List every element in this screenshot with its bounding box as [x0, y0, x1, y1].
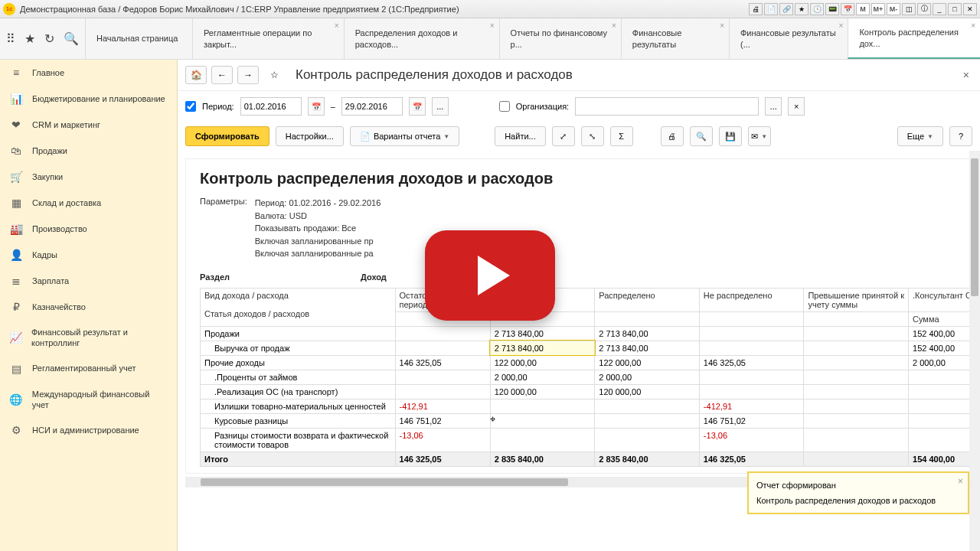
more-button[interactable]: Еще ▼: [897, 126, 943, 146]
sidebar-item-main[interactable]: ≡Главное: [0, 60, 177, 86]
variants-button[interactable]: 📄 Варианты отчета ▼: [350, 126, 459, 146]
tab-home[interactable]: Начальная страница: [85, 18, 192, 59]
maximize-icon[interactable]: □: [948, 3, 962, 15]
section-header-2: Доход: [361, 272, 387, 282]
star-icon[interactable]: ☆: [263, 66, 285, 84]
calendar-to-icon[interactable]: 📅: [409, 97, 426, 116]
tb-calendar-icon[interactable]: 📅: [841, 3, 854, 15]
sidebar-item-production[interactable]: 🏭Производство: [0, 216, 177, 242]
report-title: Контроль распределения доходов и расходо…: [200, 170, 980, 187]
sidebar-item-regaccounting[interactable]: ▤Регламентированный учет: [0, 356, 177, 382]
mail-icon[interactable]: ✉ ▼: [748, 126, 771, 146]
sidebar-item-budget[interactable]: 📊Бюджетирование и планирование: [0, 86, 177, 112]
params-row: Период: 📅 – 📅 ... Организация: ... ×: [178, 91, 980, 122]
ruble-icon: ₽: [9, 301, 23, 313]
table-row[interactable]: Выручка от продаж2 713 840,002 713 840,0…: [201, 341, 981, 355]
page-close-icon[interactable]: ×: [960, 66, 972, 84]
period-checkbox[interactable]: [185, 101, 196, 112]
tb-doc-icon[interactable]: 📄: [764, 3, 778, 15]
sidebar-item-warehouse[interactable]: ▦Склад и доставка: [0, 190, 177, 216]
tab-distrib[interactable]: ×Распределения доходов и расходов...: [344, 18, 499, 59]
vertical-scrollbar[interactable]: [969, 151, 980, 551]
sidebar-item-sales[interactable]: 🛍Продажи: [0, 138, 177, 164]
tab-control[interactable]: ×Контроль распределения дох...: [848, 18, 980, 59]
play-button-overlay[interactable]: [425, 230, 555, 321]
org-clear-button[interactable]: ×: [788, 97, 805, 116]
tab-close-icon[interactable]: ×: [839, 21, 844, 30]
table-row[interactable]: Излишки товарно-материальных ценностей-4…: [201, 399, 981, 413]
calendar-from-icon[interactable]: 📅: [308, 97, 325, 116]
tb-link-icon[interactable]: 🔗: [779, 3, 793, 15]
home-button[interactable]: 🏠: [185, 66, 207, 84]
close-icon[interactable]: ✕: [963, 3, 977, 15]
sidebar-item-crm[interactable]: ❤CRM и маркетинг: [0, 112, 177, 138]
tb-print-icon[interactable]: 🖨: [749, 3, 763, 15]
date-to-input[interactable]: [341, 97, 403, 116]
expand-icon[interactable]: ⤢: [552, 126, 575, 146]
tab-close-icon[interactable]: ×: [490, 21, 495, 30]
org-picker-button[interactable]: ...: [765, 97, 782, 116]
globe-icon: 🌐: [9, 393, 23, 406]
heart-icon: ❤: [9, 119, 23, 131]
favorite-icon[interactable]: ★: [24, 31, 35, 46]
date-from-input[interactable]: [240, 97, 302, 116]
period-picker-button[interactable]: ...: [432, 97, 449, 116]
tb-star-icon[interactable]: ★: [795, 3, 808, 15]
section-header-1: Раздел: [200, 272, 361, 282]
preview-icon[interactable]: 🔍: [690, 126, 713, 146]
table-row[interactable]: Продажи2 713 840,002 713 840,00152 400,0…: [201, 326, 981, 341]
tb-m[interactable]: M: [856, 3, 870, 15]
back-button[interactable]: ←: [211, 66, 233, 84]
sidebar-item-salary[interactable]: ≣Зарплата: [0, 268, 177, 294]
tb-calc-icon[interactable]: 📟: [825, 3, 839, 15]
list-icon: ≣: [9, 275, 23, 287]
rows-icon: ▤: [9, 363, 23, 375]
minimize-icon[interactable]: _: [933, 3, 946, 15]
table-row[interactable]: Прочие доходы146 325,05122 000,00122 000…: [201, 355, 981, 370]
org-input[interactable]: [575, 97, 759, 116]
sidebar-item-purchases[interactable]: 🛒Закупки: [0, 164, 177, 190]
tb-info-icon[interactable]: ⓘ: [917, 3, 931, 15]
page-header: 🏠 ← → ☆ Контроль распределения доходов и…: [178, 60, 980, 91]
sidebar-item-nsi[interactable]: ⚙НСИ и администрирование: [0, 417, 177, 443]
print-icon[interactable]: 🖨: [661, 126, 684, 146]
tab-finres2[interactable]: ×Финансовые результаты (...: [729, 18, 848, 59]
forward-button[interactable]: →: [237, 66, 259, 84]
apps-icon[interactable]: ⠿: [6, 31, 15, 46]
tb-mminus[interactable]: M-: [887, 3, 900, 15]
tb-mplus[interactable]: M+: [871, 3, 885, 15]
table-row[interactable]: .Реализация ОС (на транспорт)120 000,001…: [201, 384, 981, 399]
tab-close-icon[interactable]: ×: [971, 21, 975, 30]
col-kind: Вид дохода / расходаСтатья доходов / рас…: [201, 288, 396, 326]
save-icon[interactable]: 💾: [719, 126, 742, 146]
tab-reports[interactable]: ×Отчеты по финансовому р...: [499, 18, 621, 59]
find-button[interactable]: Найти...: [495, 126, 546, 146]
gear-icon: ⚙: [9, 424, 23, 436]
tab-close-icon[interactable]: ×: [612, 21, 616, 30]
tab-finres1[interactable]: ×Финансовые результаты: [621, 18, 729, 59]
sidebar-item-hr[interactable]: 👤Кадры: [0, 242, 177, 268]
org-checkbox[interactable]: [499, 101, 510, 112]
table-row[interactable]: Курсовые разницы146 751,02146 751,02: [201, 413, 981, 428]
history-icon[interactable]: ↻: [44, 31, 54, 46]
sidebar-item-finresult[interactable]: 📈Финансовый результат и контроллинг: [0, 320, 177, 356]
tab-close-icon[interactable]: ×: [720, 21, 724, 30]
tb-panel-icon[interactable]: ◫: [902, 3, 916, 15]
table-row[interactable]: Разницы стоимости возврата и фактической…: [201, 428, 981, 452]
tab-regops[interactable]: ×Регламентные операции по закрыт...: [192, 18, 344, 59]
sidebar-item-treasury[interactable]: ₽Казначейство: [0, 294, 177, 320]
settings-button[interactable]: Настройки...: [276, 126, 344, 146]
search-icon[interactable]: 🔍: [64, 31, 79, 46]
tabs-row: ⠿ ★ ↻ 🔍 Начальная страница ×Регламентные…: [0, 18, 980, 60]
sigma-icon[interactable]: Σ: [610, 126, 633, 146]
sidebar-item-ifrs[interactable]: 🌐Международный финансовый учет: [0, 382, 177, 418]
menu-icon: ≡: [9, 67, 23, 79]
form-report-button[interactable]: Сформировать: [185, 126, 270, 146]
person-icon: 👤: [9, 249, 23, 261]
toast-close-icon[interactable]: ×: [958, 476, 963, 487]
collapse-icon[interactable]: ⤡: [581, 126, 604, 146]
help-button[interactable]: ?: [949, 126, 972, 146]
tb-history-icon[interactable]: 🕓: [810, 3, 824, 15]
tab-close-icon[interactable]: ×: [335, 21, 339, 30]
table-row[interactable]: .Проценты от займов2 000,002 000,00: [201, 370, 981, 384]
